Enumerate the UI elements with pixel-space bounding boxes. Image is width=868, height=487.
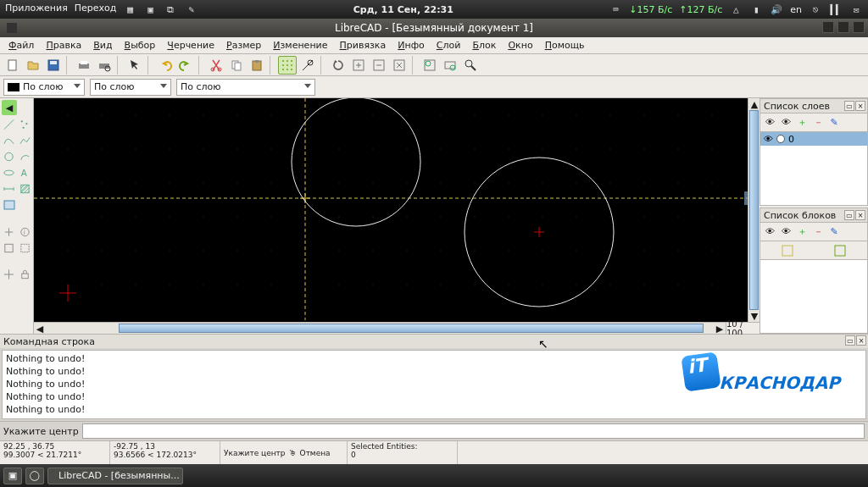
point-tool[interactable] bbox=[18, 117, 32, 131]
paste-button[interactable] bbox=[248, 56, 266, 75]
new-button[interactable] bbox=[3, 56, 22, 75]
zoom-pan-button[interactable] bbox=[461, 56, 480, 75]
menu-help[interactable]: Помощь bbox=[540, 39, 590, 52]
block-show-icon[interactable]: 👁 bbox=[762, 224, 777, 240]
menu-select[interactable]: Выбор bbox=[120, 39, 161, 52]
window-close-button[interactable] bbox=[853, 21, 865, 33]
circle-tool[interactable] bbox=[2, 149, 16, 163]
block-create-button[interactable] bbox=[832, 243, 848, 258]
mail-icon[interactable]: ✉ bbox=[849, 3, 863, 16]
menu-modify[interactable]: Изменение bbox=[268, 39, 332, 52]
blocks-close-button[interactable]: × bbox=[855, 210, 865, 220]
keyboard-icon[interactable]: ⌨ bbox=[609, 3, 622, 16]
block-remove-button[interactable]: － bbox=[810, 224, 826, 240]
blocks-list[interactable] bbox=[760, 260, 868, 334]
network-icon[interactable]: ▍▍ bbox=[829, 3, 843, 16]
zoom-auto-button[interactable] bbox=[390, 56, 409, 75]
snap-tool[interactable] bbox=[2, 267, 16, 281]
blocks-panel-header[interactable]: Список блоков ▭× bbox=[760, 208, 868, 223]
menu-window[interactable]: Окно bbox=[503, 39, 537, 52]
layers-list[interactable]: 👁 0 bbox=[760, 132, 868, 206]
drawing-canvas[interactable]: ▲▼ ◀▶ 10 / 100 bbox=[34, 98, 760, 334]
menu-file[interactable]: Файл bbox=[3, 39, 39, 52]
spline-tool[interactable] bbox=[2, 133, 16, 147]
image-tool[interactable] bbox=[2, 197, 17, 213]
apps-menu[interactable]: Приложения bbox=[5, 3, 68, 16]
open-button[interactable] bbox=[24, 56, 42, 75]
vlc-icon[interactable]: △ bbox=[729, 3, 743, 16]
menu-block[interactable]: Блок bbox=[467, 39, 501, 52]
layer-show-icon[interactable]: 👁 bbox=[762, 115, 777, 130]
cmd-undock-button[interactable]: ▭ bbox=[845, 335, 855, 346]
lock-tool[interactable] bbox=[18, 267, 32, 281]
block-hide-icon[interactable]: 👁 bbox=[778, 224, 793, 240]
print-button[interactable] bbox=[75, 56, 93, 75]
menu-info[interactable]: Инфо bbox=[392, 39, 430, 52]
polyline-tool[interactable] bbox=[18, 133, 32, 147]
zoom-window-button[interactable] bbox=[441, 56, 459, 75]
redo-button[interactable] bbox=[176, 56, 195, 75]
copy-button[interactable] bbox=[227, 56, 246, 75]
show-desktop-button[interactable]: ▣ bbox=[3, 468, 22, 484]
menu-view[interactable]: Вид bbox=[88, 39, 117, 52]
layer-remove-button[interactable]: － bbox=[810, 115, 826, 130]
filemanager-icon[interactable]: ▦ bbox=[123, 3, 136, 16]
menu-snap[interactable]: Привязка bbox=[335, 39, 392, 52]
edit-icon[interactable]: ✎ bbox=[184, 3, 198, 16]
window-maximize-button[interactable] bbox=[837, 21, 849, 33]
save-button[interactable] bbox=[44, 56, 63, 75]
canvas-vscrollbar[interactable]: ▲▼ bbox=[748, 98, 760, 322]
zoom-in-button[interactable] bbox=[349, 56, 368, 75]
battery-icon[interactable]: ▮ bbox=[749, 3, 763, 16]
window-titlebar[interactable]: LibreCAD - [Безымянный документ 1] bbox=[0, 19, 868, 37]
canvas-hscrollbar[interactable]: ◀▶ bbox=[34, 322, 726, 334]
volume-icon[interactable]: 🔊 bbox=[770, 3, 783, 16]
zoom-previous-button[interactable] bbox=[420, 56, 439, 75]
menu-draw[interactable]: Черчение bbox=[162, 39, 220, 52]
menu-layer[interactable]: Слой bbox=[431, 39, 466, 52]
layers-undock-button[interactable]: ▭ bbox=[844, 101, 854, 111]
command-log[interactable]: Nothing to undo! Nothing to undo! Nothin… bbox=[2, 350, 866, 419]
monitor-icon[interactable]: ⧉ bbox=[164, 3, 177, 16]
menu-dimension[interactable]: Размер bbox=[221, 39, 266, 52]
block-add-button[interactable]: ＋ bbox=[794, 224, 810, 240]
layer-edit-button[interactable]: ✎ bbox=[826, 115, 842, 130]
cmd-close-button[interactable]: × bbox=[856, 335, 866, 346]
zoom-out-button[interactable] bbox=[370, 56, 388, 75]
grid-toggle-button[interactable] bbox=[278, 56, 297, 75]
lang-indicator[interactable]: en bbox=[790, 4, 802, 15]
undo-button[interactable] bbox=[156, 56, 175, 75]
hatch-tool[interactable] bbox=[18, 181, 32, 196]
bluetooth-icon[interactable]: ⎋ bbox=[809, 3, 822, 16]
back-tool-button[interactable]: ◀ bbox=[2, 100, 17, 115]
select-tool[interactable] bbox=[18, 241, 32, 255]
taskbar-task-librecad[interactable]: LibreCAD - [безымянны... bbox=[47, 468, 183, 484]
layer-hide-icon[interactable]: 👁 bbox=[778, 115, 793, 130]
color-select[interactable]: По слою bbox=[3, 79, 85, 96]
layer-add-button[interactable]: ＋ bbox=[794, 115, 810, 130]
linetype-select[interactable]: По слою bbox=[176, 79, 315, 96]
draft-mode-button[interactable] bbox=[298, 56, 317, 75]
terminal-icon[interactable]: ▣ bbox=[143, 3, 157, 16]
arc-tool[interactable] bbox=[18, 149, 32, 163]
window-minimize-button[interactable] bbox=[822, 21, 834, 33]
block-tool[interactable] bbox=[2, 241, 16, 255]
zoom-redraw-button[interactable] bbox=[329, 56, 348, 75]
clock[interactable]: Срд, 11 Сен, 22:31 bbox=[198, 4, 609, 15]
command-input[interactable] bbox=[82, 423, 865, 439]
blocks-undock-button[interactable]: ▭ bbox=[844, 210, 854, 220]
eye-icon[interactable]: 👁 bbox=[764, 134, 773, 145]
text-tool[interactable]: A bbox=[18, 165, 32, 180]
layers-panel-header[interactable]: Список слоев ▭× bbox=[760, 98, 868, 113]
menu-edit[interactable]: Правка bbox=[41, 39, 86, 52]
layer-row[interactable]: 👁 0 bbox=[760, 132, 867, 146]
info-tool[interactable]: i bbox=[18, 224, 32, 239]
taskbar-launcher[interactable]: ◯ bbox=[25, 468, 44, 484]
command-panel-header[interactable]: Командная строка ▭× bbox=[0, 335, 868, 348]
block-insert-button[interactable] bbox=[780, 243, 795, 258]
block-edit-button[interactable]: ✎ bbox=[826, 224, 842, 240]
places-menu[interactable]: Переход bbox=[75, 3, 117, 16]
dimension-tool[interactable] bbox=[2, 181, 16, 196]
pointer-button[interactable] bbox=[125, 56, 144, 75]
cut-button[interactable] bbox=[207, 56, 225, 75]
